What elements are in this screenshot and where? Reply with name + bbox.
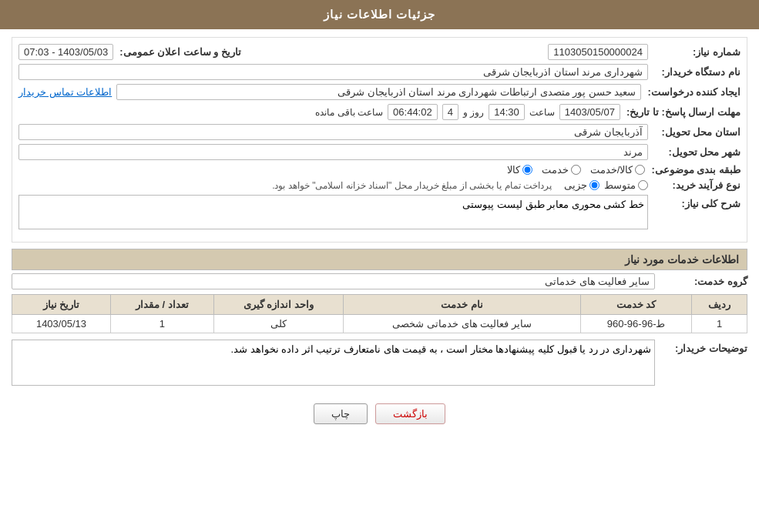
cell-code: ط-96-96-960 (580, 315, 691, 333)
response-remaining: 06:44:02 (388, 104, 438, 120)
need-number-value-container: 1103050150000024 (264, 44, 648, 60)
purchase-note: پرداخت تمام یا بخشی از مبلغ خریدار محل "… (272, 180, 552, 191)
response-time-label: ساعت (529, 107, 555, 118)
buyer-org-label: نام دستگاه خریدار: (648, 66, 741, 78)
purchase-label-jozii: جزیی (564, 179, 587, 191)
col-unit: واحد اندازه گیری (213, 295, 344, 315)
cell-name: سایر فعالیت های خدماتی شخصی (344, 315, 581, 333)
creator-value-container: سعید حسن پور متصدی ارتباطات شهرداری مرند… (18, 84, 641, 100)
category-options: کالا/خدمت خدمت کالا (18, 164, 645, 176)
province-label: استان محل تحویل: (648, 126, 741, 138)
contact-link[interactable]: اطلاعات تماس خریدار (18, 86, 112, 98)
service-group-value-container: سایر فعالیت های خدماتی (12, 273, 655, 289)
response-time: 14:30 (489, 104, 525, 120)
row-response-deadline: مهلت ارسال پاسخ: تا تاریخ: 1403/05/07 سا… (18, 104, 741, 120)
button-row: بازگشت چاپ (12, 396, 747, 436)
province-value-container: آذربایجان شرقی (18, 124, 648, 140)
category-label-khedmat: خدمت (542, 164, 569, 176)
page-header: جزئیات اطلاعات نیاز (0, 0, 759, 29)
need-description-textarea[interactable] (18, 195, 648, 229)
purchase-radio-motavasset[interactable] (638, 180, 648, 190)
response-days: 4 (442, 104, 458, 120)
service-group-value: سایر فعالیت های خدماتی (12, 273, 655, 289)
buyer-notes-container (12, 340, 655, 388)
cell-quantity: 1 (110, 315, 213, 333)
category-radio-khedmat[interactable] (571, 165, 581, 175)
row-purchase-type: نوع فرآیند خرید: متوسط جزیی پرداخت تمام … (18, 179, 741, 191)
response-date: 1403/05/07 (559, 104, 620, 120)
category-radio-kala-khedmat[interactable] (635, 165, 645, 175)
announce-label: تاریخ و ساعت اعلان عمومی: (113, 46, 241, 58)
category-label: طبقه بندی موضوعی: (645, 164, 741, 176)
purchase-type-label: نوع فرآیند خرید: (648, 179, 741, 191)
buyer-org-value: شهرداری مرند استان اذربایجان شرقی (18, 64, 648, 80)
category-label-kala-khedmat: کالا/خدمت (590, 164, 633, 176)
services-table-header-row: ردیف کد خدمت نام خدمت واحد اندازه گیری ت… (12, 295, 747, 315)
print-button[interactable]: چاپ (314, 403, 368, 424)
purchase-option-motavasset[interactable]: متوسط (604, 179, 648, 191)
category-option-kala-khedmat[interactable]: کالا/خدمت (590, 164, 646, 176)
creator-value: سعید حسن پور متصدی ارتباطات شهرداری مرند… (116, 84, 641, 100)
category-label-kala: کالا (507, 164, 520, 176)
response-deadline-label: مهلت ارسال پاسخ: تا تاریخ: (620, 106, 741, 118)
row-category: طبقه بندی موضوعی: کالا/خدمت خدمت کالا (18, 164, 741, 176)
category-option-khedmat[interactable]: خدمت (542, 164, 581, 176)
row-city: شهر محل تحویل: مرند (18, 144, 741, 160)
purchase-label-motavasset: متوسط (604, 179, 636, 191)
service-group-label: گروه خدمت: (655, 276, 747, 287)
page-title: جزئیات اطلاعات نیاز (324, 8, 435, 21)
category-radio-kala[interactable] (522, 165, 532, 175)
row-need-number: شماره نیاز: 1103050150000024 تاریخ و ساع… (18, 44, 741, 60)
province-value: آذربایجان شرقی (18, 124, 648, 140)
row-need-description: شرح کلی نیاز: (18, 195, 741, 232)
city-label: شهر محل تحویل: (648, 146, 741, 158)
cell-row: 1 (692, 315, 747, 333)
row-buyer-org: نام دستگاه خریدار: شهرداری مرند استان اذ… (18, 64, 741, 80)
services-table-body: 1 ط-96-96-960 سایر فعالیت های خدماتی شخص… (12, 315, 747, 333)
response-days-label: روز و (463, 107, 484, 118)
cell-unit: کلی (213, 315, 344, 333)
col-code: کد خدمت (580, 295, 691, 315)
services-table-head: ردیف کد خدمت نام خدمت واحد اندازه گیری ت… (12, 295, 747, 315)
col-row: ردیف (692, 295, 747, 315)
purchase-type-container: متوسط جزیی پرداخت تمام یا بخشی از مبلغ خ… (18, 179, 648, 191)
services-table: ردیف کد خدمت نام خدمت واحد اندازه گیری ت… (12, 294, 747, 333)
row-province: استان محل تحویل: آذربایجان شرقی (18, 124, 741, 140)
row-service-group: گروه خدمت: سایر فعالیت های خدماتی (12, 273, 747, 289)
buyer-notes-textarea[interactable] (12, 340, 655, 386)
purchase-option-jozii[interactable]: جزیی (564, 179, 599, 191)
back-button[interactable]: بازگشت (375, 403, 445, 424)
cell-date: 1403/05/13 (12, 315, 111, 333)
city-value: مرند (18, 144, 648, 160)
content-area: شماره نیاز: 1103050150000024 تاریخ و ساع… (0, 29, 759, 443)
city-value-container: مرند (18, 144, 648, 160)
col-date: تاریخ نیاز (12, 295, 111, 315)
row-creator: ایجاد کننده درخواست: سعید حسن پور متصدی … (18, 84, 741, 100)
creator-label: ایجاد کننده درخواست: (641, 86, 741, 98)
table-row: 1 ط-96-96-960 سایر فعالیت های خدماتی شخص… (12, 315, 747, 333)
services-section-header: اطلاعات خدمات مورد نیاز (12, 249, 747, 270)
main-info-section: شماره نیاز: 1103050150000024 تاریخ و ساع… (12, 37, 747, 243)
need-description-container (18, 195, 648, 232)
category-option-kala[interactable]: کالا (507, 164, 532, 176)
need-number-label: شماره نیاز: (648, 46, 741, 58)
need-description-label: شرح کلی نیاز: (648, 195, 741, 209)
response-remaining-label: ساعت باقی مانده (315, 107, 383, 118)
page-container: جزئیات اطلاعات نیاز شماره نیاز: 11030501… (0, 0, 759, 532)
buyer-notes-label: توضیحات خریدار: (655, 340, 747, 354)
response-deadline-container: 1403/05/07 ساعت 14:30 روز و 4 06:44:02 س… (18, 104, 620, 120)
row-buyer-notes: توضیحات خریدار: (12, 340, 747, 388)
need-number-value: 1103050150000024 (548, 44, 648, 60)
purchase-radio-jozii[interactable] (589, 180, 599, 190)
buyer-org-value-container: شهرداری مرند استان اذربایجان شرقی (18, 64, 648, 80)
col-name: نام خدمت (344, 295, 581, 315)
announce-value: 1403/05/03 - 07:03 (18, 44, 113, 60)
col-quantity: تعداد / مقدار (110, 295, 213, 315)
